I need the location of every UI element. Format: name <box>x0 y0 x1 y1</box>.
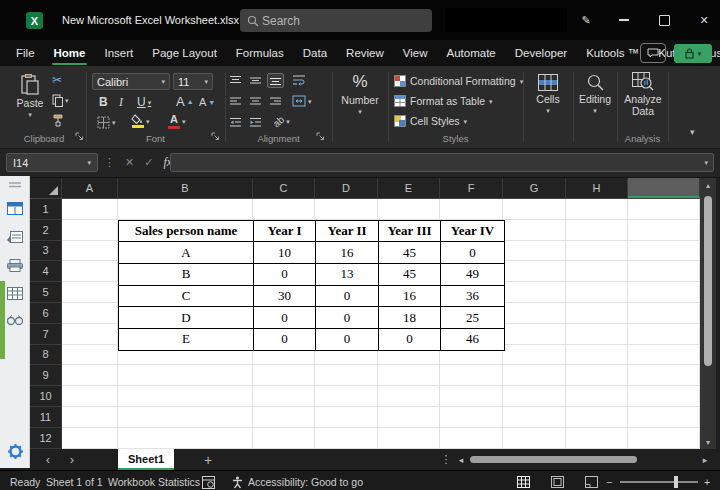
close-button[interactable]: ✕ <box>690 10 718 30</box>
column-header-E[interactable]: E <box>378 178 440 198</box>
excel-app-icon[interactable]: X <box>26 12 43 29</box>
wrap-text-button[interactable] <box>292 74 306 86</box>
normal-view-button[interactable] <box>512 471 534 490</box>
clipboard-dialog-launcher[interactable] <box>75 132 84 141</box>
table-cell[interactable]: A <box>119 242 254 263</box>
grid-column-H[interactable] <box>566 199 628 449</box>
column-header-C[interactable]: C <box>253 178 315 198</box>
align-bottom-button[interactable] <box>267 73 284 88</box>
bold-button[interactable]: B <box>99 95 108 109</box>
hscroll-right-button[interactable]: ▸ <box>698 449 712 470</box>
name-box[interactable]: I14 ▾ <box>6 153 98 172</box>
grid-column-I[interactable] <box>628 199 700 449</box>
hscroll-left-button[interactable]: ◂ <box>454 449 468 470</box>
formula-input[interactable]: ▾ <box>170 153 714 172</box>
maximize-button[interactable] <box>650 10 678 30</box>
row-header-3[interactable]: 3 <box>30 241 62 262</box>
column-header-A[interactable]: A <box>62 178 118 198</box>
table-cell[interactable]: 0 <box>254 264 316 285</box>
vertical-scroll-thumb[interactable] <box>704 196 712 366</box>
increase-indent-button[interactable] <box>249 117 262 128</box>
grid-column-A[interactable] <box>62 199 118 449</box>
horizontal-scroll-thumb[interactable] <box>470 456 637 463</box>
table-cell[interactable]: 0 <box>316 329 379 350</box>
zoom-in-button[interactable]: + <box>704 471 710 490</box>
menu-tab-insert[interactable]: Insert <box>104 47 133 59</box>
table-cell[interactable]: 45 <box>379 264 441 285</box>
table-cell[interactable]: 46 <box>441 329 504 350</box>
row-header-4[interactable]: 4 <box>30 261 62 282</box>
cells-button[interactable]: Cells ▾ <box>523 74 573 114</box>
font-size-select[interactable]: 11 ▾ <box>173 73 213 90</box>
next-sheet-button[interactable]: › <box>62 449 82 470</box>
borders-button[interactable]: ▾ <box>97 116 116 129</box>
fill-color-button[interactable]: ▾ <box>131 114 150 128</box>
orientation-button[interactable]: ab ▾ <box>273 116 290 127</box>
font-dialog-launcher[interactable] <box>211 132 220 141</box>
analyze-data-button[interactable]: Analyze Data <box>619 72 667 117</box>
column-header-B[interactable]: B <box>118 178 253 198</box>
menu-tab-home[interactable]: Home <box>54 47 86 59</box>
table-cell[interactable]: 16 <box>379 286 441 307</box>
table-cell[interactable]: 36 <box>441 286 504 307</box>
column-header-I[interactable] <box>628 178 700 198</box>
menu-tab-data[interactable]: Data <box>303 47 327 59</box>
column-header-G[interactable]: G <box>503 178 566 198</box>
cut-button[interactable]: ✂ <box>52 74 62 86</box>
prev-sheet-button[interactable]: ‹ <box>38 449 58 470</box>
align-left-button[interactable] <box>229 96 242 107</box>
zoom-slider[interactable] <box>620 481 698 483</box>
printer-icon[interactable] <box>7 259 23 272</box>
align-center-button[interactable] <box>249 96 262 107</box>
menu-tab-page-layout[interactable]: Page Layout <box>152 47 217 59</box>
pane-handle-icon[interactable] <box>9 182 21 188</box>
editing-button[interactable]: Editing ▾ <box>573 74 617 114</box>
table-header-cell[interactable]: Year I <box>254 221 316 242</box>
table-cell[interactable]: 45 <box>379 242 441 263</box>
row-header-7[interactable]: 7 <box>30 324 62 345</box>
accessibility-status[interactable]: Accessibility: Good to go <box>248 471 363 490</box>
row-header-1[interactable]: 1 <box>30 199 62 220</box>
format-painter-button[interactable] <box>52 114 64 127</box>
column-header-D[interactable]: D <box>315 178 378 198</box>
table-cell[interactable]: 0 <box>316 307 379 328</box>
tab-options-icon[interactable]: ⋮ <box>440 449 452 470</box>
row-header-10[interactable]: 10 <box>30 386 62 407</box>
sheet-tab-sheet1[interactable]: Sheet1 <box>118 449 174 470</box>
workbook-statistics[interactable]: Workbook Statistics <box>108 471 200 490</box>
minimize-button[interactable] <box>610 10 638 30</box>
alignment-dialog-launcher[interactable] <box>316 132 325 141</box>
menu-tab-review[interactable]: Review <box>346 47 384 59</box>
align-top-button[interactable] <box>229 75 242 86</box>
select-all-corner[interactable] <box>30 178 62 199</box>
menu-tab-view[interactable]: View <box>403 47 428 59</box>
table-header-cell[interactable]: Sales person name <box>119 221 254 242</box>
settings-gear-icon[interactable] <box>8 444 23 459</box>
scroll-down-icon[interactable]: ▾ <box>700 435 716 449</box>
formula-expand-icon[interactable]: ▾ <box>704 159 708 166</box>
document-title[interactable]: New Microsoft Excel Worksheet.xlsx ▾ <box>62 14 249 26</box>
table-cell[interactable]: 0 <box>316 286 379 307</box>
cancel-icon[interactable]: ✕ <box>125 156 134 169</box>
row-header-11[interactable]: 11 <box>30 407 62 428</box>
menu-tab-file[interactable]: File <box>16 47 35 59</box>
align-right-button[interactable] <box>269 96 282 107</box>
table-cell[interactable]: 0 <box>254 329 316 350</box>
increase-font-button[interactable]: A▲ <box>176 94 194 109</box>
table-cell[interactable]: 25 <box>441 307 504 328</box>
row-header-2[interactable]: 2 <box>30 220 62 241</box>
workbook-sheet-pane-icon[interactable] <box>7 202 23 215</box>
row-header-12[interactable]: 12 <box>30 428 62 449</box>
table-cell[interactable]: 0 <box>379 329 441 350</box>
decrease-font-button[interactable]: A▼ <box>199 96 215 108</box>
table-cell[interactable]: C <box>119 286 254 307</box>
find-replace-pane-icon[interactable] <box>7 315 23 326</box>
workbook-statistics-icon[interactable] <box>202 471 215 490</box>
add-sheet-button[interactable]: + <box>198 449 218 470</box>
font-family-select[interactable]: Calibri ▾ <box>92 73 170 90</box>
format-as-table-button[interactable]: Format as Table ▾ <box>394 95 493 107</box>
row-header-6[interactable]: 6 <box>30 303 62 324</box>
ink-button[interactable]: ✎ <box>572 10 600 30</box>
table-cell[interactable]: E <box>119 329 254 350</box>
table-cell[interactable]: B <box>119 264 254 285</box>
